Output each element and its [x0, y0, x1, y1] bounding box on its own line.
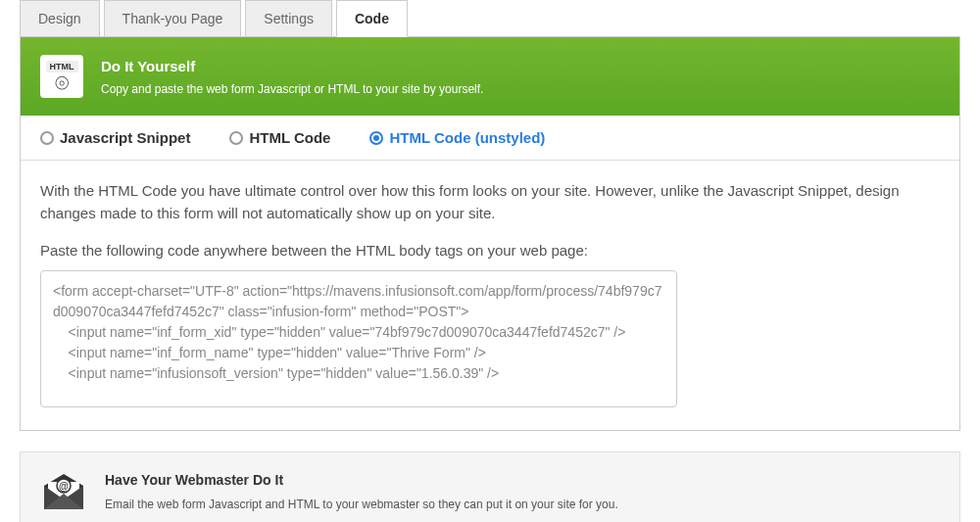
- html-globe-icon: HTML ⦾: [40, 55, 83, 98]
- radio-icon: [369, 131, 383, 145]
- description-text: With the HTML Code you have ultimate con…: [40, 180, 940, 224]
- svg-text:@: @: [59, 481, 69, 492]
- html-badge: HTML: [46, 61, 78, 72]
- option-label: HTML Code (unstyled): [389, 129, 545, 146]
- webmaster-panel[interactable]: @ Have Your Webmaster Do It Email the we…: [20, 451, 960, 522]
- webmaster-subtitle: Email the web form Javascript and HTML t…: [105, 498, 940, 511]
- radio-icon: [40, 131, 54, 145]
- option-html-code-unstyled[interactable]: HTML Code (unstyled): [369, 129, 545, 146]
- option-label: Javascript Snippet: [60, 129, 190, 146]
- tab-bar: Design Thank-you Page Settings Code: [0, 0, 980, 37]
- banner-title: Do It Yourself: [101, 58, 940, 74]
- option-javascript-snippet[interactable]: Javascript Snippet: [40, 129, 190, 146]
- radio-icon: [229, 131, 243, 145]
- option-label: HTML Code: [249, 129, 330, 146]
- webmaster-title: Have Your Webmaster Do It: [105, 472, 940, 488]
- code-type-options: Javascript Snippet HTML Code HTML Code (…: [21, 116, 959, 161]
- tab-thankyou[interactable]: Thank-you Page: [104, 0, 242, 37]
- tab-content: HTML ⦾ Do It Yourself Copy and paste the…: [20, 36, 960, 431]
- option-html-code[interactable]: HTML Code: [229, 129, 330, 146]
- tab-settings[interactable]: Settings: [245, 0, 332, 37]
- diy-banner: HTML ⦾ Do It Yourself Copy and paste the…: [21, 37, 959, 116]
- code-textarea[interactable]: [40, 270, 677, 407]
- paste-instruction: Paste the following code anywhere betwee…: [40, 242, 940, 259]
- tab-code[interactable]: Code: [336, 0, 408, 37]
- banner-subtitle: Copy and paste the web form Javascript o…: [101, 82, 940, 96]
- mail-at-icon: @: [40, 472, 87, 511]
- tab-design[interactable]: Design: [20, 0, 100, 37]
- globe-icon: ⦾: [55, 74, 69, 92]
